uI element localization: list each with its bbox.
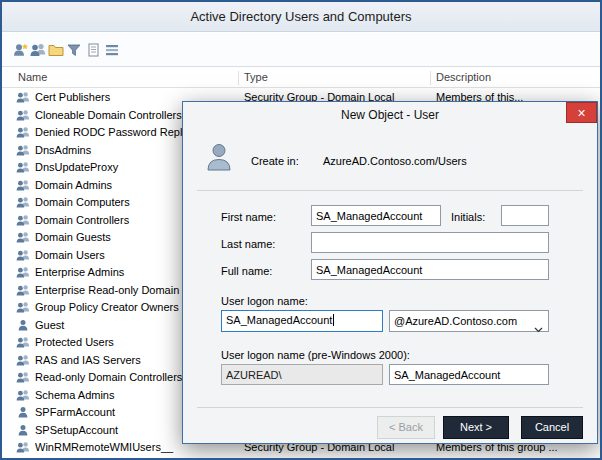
create-in-path: AzureAD.Contoso.com/Users [323, 155, 467, 167]
group-icon [16, 284, 31, 297]
logon-domain-select[interactable]: @AzureAD.Contoso.com [389, 310, 549, 332]
user-logon-name-input[interactable]: SA_ManagedAccount [221, 310, 383, 332]
full-name-input[interactable] [311, 259, 549, 280]
first-name-label: First name: [221, 211, 276, 223]
back-button[interactable]: < Back [377, 416, 435, 439]
filter-icon [66, 42, 82, 61]
column-divider [238, 71, 239, 85]
new-group-button[interactable] [28, 41, 48, 61]
user-logon-name-value: SA_ManagedAccount [226, 314, 332, 326]
group-icon [16, 354, 31, 367]
window-title: Active Directory Users and Computers [190, 9, 411, 24]
group-icon [16, 161, 31, 174]
window-titlebar[interactable]: Active Directory Users and Computers [2, 2, 600, 32]
new-object-user-dialog: New Object - User × Create in: AzureAD.C… [182, 101, 598, 444]
column-header-type[interactable]: Type [244, 71, 268, 83]
group-icon [16, 109, 31, 122]
pre2000-name-input[interactable] [389, 364, 549, 385]
list-header: Name Type Description [2, 68, 600, 88]
cancel-button[interactable]: Cancel [521, 416, 583, 439]
column-header-description[interactable]: Description [436, 71, 491, 83]
group-icon [16, 266, 31, 279]
view-columns-icon [104, 42, 120, 61]
last-name-input[interactable] [311, 232, 549, 253]
user-icon [16, 406, 31, 419]
new-ou-button[interactable] [46, 41, 66, 61]
full-name-label: Full name: [221, 265, 272, 277]
group-icon [16, 91, 31, 104]
create-in-label: Create in: [251, 155, 299, 167]
chevron-down-icon [534, 319, 543, 325]
group-icon [16, 389, 31, 402]
view-columns-button[interactable] [102, 41, 122, 61]
filter-button[interactable] [64, 41, 84, 61]
dialog-titlebar[interactable]: New Object - User [183, 102, 597, 128]
user-icon [16, 424, 31, 437]
toolbar [2, 33, 600, 67]
new-ou-icon [48, 42, 64, 61]
new-user-dialog-icon [205, 142, 233, 172]
close-button[interactable]: × [566, 102, 597, 123]
initials-label: Initials: [451, 211, 485, 223]
divider [197, 190, 583, 191]
group-icon [16, 179, 31, 192]
group-icon [16, 144, 31, 157]
first-name-input[interactable] [311, 205, 441, 226]
dialog-title: New Object - User [341, 108, 439, 122]
group-icon [16, 371, 31, 384]
new-user-button[interactable] [10, 41, 30, 61]
divider [197, 407, 583, 408]
initials-input[interactable] [501, 205, 549, 226]
column-header-name[interactable]: Name [18, 71, 47, 83]
aduc-window: Active Directory Users and Computers Nam… [0, 0, 602, 460]
pre-windows-2000-label: User logon name (pre-Windows 2000): [221, 349, 410, 361]
last-name-label: Last name: [221, 238, 275, 250]
group-icon [16, 301, 31, 314]
group-icon [16, 249, 31, 262]
new-user-icon [12, 42, 29, 61]
pre2000-domain-input[interactable] [221, 364, 383, 385]
export-list-icon [86, 42, 102, 61]
next-button[interactable]: Next > [443, 416, 509, 439]
group-icon [16, 231, 31, 244]
group-icon [16, 126, 31, 139]
group-icon [16, 336, 31, 349]
group-icon [16, 441, 31, 454]
group-icon [16, 196, 31, 209]
column-divider [430, 71, 431, 85]
export-list-button[interactable] [84, 41, 104, 61]
close-icon: × [577, 105, 585, 121]
user-icon [16, 319, 31, 332]
text-caret [333, 314, 334, 326]
logon-domain-value: @AzureAD.Contoso.com [394, 315, 517, 327]
new-group-icon [30, 42, 46, 61]
user-logon-name-label: User logon name: [221, 295, 308, 307]
group-icon [16, 214, 31, 227]
